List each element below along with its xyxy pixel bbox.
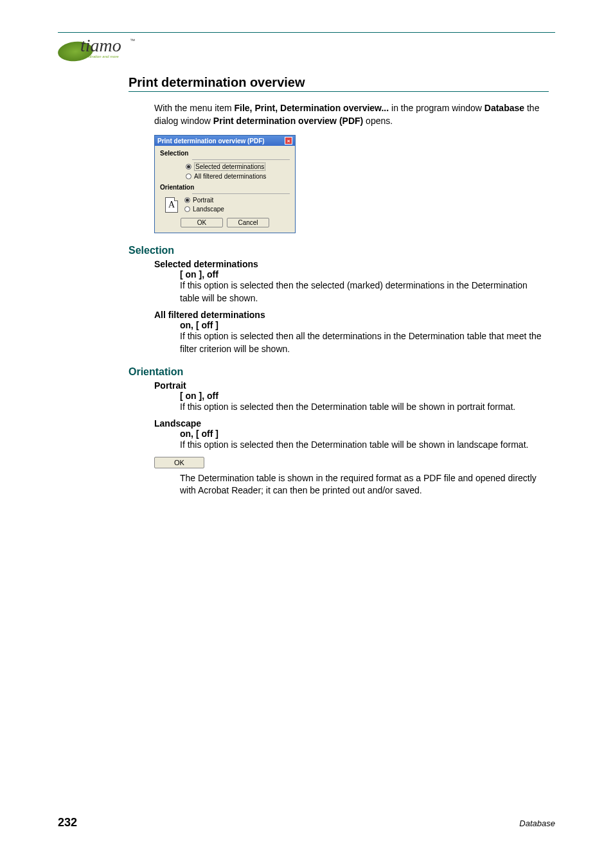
intro-win: Database xyxy=(484,103,524,113)
intro-pre: With the menu item xyxy=(154,103,235,113)
fieldset-rule xyxy=(192,159,290,160)
desc-ok: The Determination table is shown in the … xyxy=(180,472,549,497)
term-landscape: Landscape xyxy=(154,418,549,429)
intro-menuitem: File, Print, Determination overview... xyxy=(235,103,389,113)
radio-label-portrait: Portrait xyxy=(193,197,213,204)
radio-all-filtered[interactable] xyxy=(186,173,191,179)
state-landscape: on, [ off ] xyxy=(180,429,549,439)
dialog-title-text: Print determination overview (PDF) xyxy=(157,137,265,145)
term-portrait: Portrait xyxy=(154,380,549,391)
logo-tagline: titration and more xyxy=(89,55,119,58)
orientation-legend: Orientation xyxy=(160,184,194,191)
portrait-page-icon: A xyxy=(165,197,178,213)
intro-paragraph: With the menu item File, Print, Determin… xyxy=(154,102,549,127)
desc-all-filtered: If this option is selected then all the … xyxy=(180,330,549,355)
radio-landscape[interactable] xyxy=(184,206,190,212)
page-title: Print determination overview xyxy=(129,75,549,92)
term-all-filtered: All filtered determinations xyxy=(154,310,549,320)
selection-legend: Selection xyxy=(160,150,188,157)
orientation-heading: Orientation xyxy=(129,366,549,378)
state-portrait: [ on ], off xyxy=(180,391,549,401)
radio-label-landscape: Landscape xyxy=(193,206,224,213)
footer-section-label: Database xyxy=(519,819,555,828)
state-all-filtered: on, [ off ] xyxy=(180,320,549,330)
dialog-screenshot: Print determination overview (PDF) × Sel… xyxy=(154,135,549,233)
top-rule xyxy=(58,32,555,33)
desc-landscape: If this option is selected then the Dete… xyxy=(180,439,549,452)
radio-label-selected: Selected determinations xyxy=(194,163,265,171)
dialog-titlebar: Print determination overview (PDF) × xyxy=(155,136,295,146)
ok-button[interactable]: OK xyxy=(181,218,223,227)
print-dialog: Print determination overview (PDF) × Sel… xyxy=(154,135,296,233)
desc-selected-determinations: If this option is selected then the sele… xyxy=(180,279,549,305)
page-number: 232 xyxy=(58,816,77,829)
brand-logo: tiamo ™ titration and more xyxy=(58,37,141,62)
radio-portrait[interactable] xyxy=(184,197,190,203)
ok-button-inline[interactable]: OK xyxy=(154,457,204,468)
selection-heading: Selection xyxy=(129,245,549,256)
logo-text: tiamo xyxy=(80,35,121,56)
cancel-button[interactable]: Cancel xyxy=(227,218,269,227)
fieldset-rule xyxy=(192,193,290,194)
desc-portrait: If this option is selected then the Dete… xyxy=(180,401,549,414)
logo-tm: ™ xyxy=(130,38,135,44)
intro-mid: in the program window xyxy=(389,103,484,113)
intro-post: opens. xyxy=(363,116,393,126)
close-icon[interactable]: × xyxy=(285,137,292,145)
radio-selected-determinations[interactable] xyxy=(186,164,191,170)
intro-dlgname: Print determination overview (PDF) xyxy=(213,116,363,126)
state-selected-determinations: [ on ], off xyxy=(180,269,549,279)
term-selected-determinations: Selected determinations xyxy=(154,259,549,269)
radio-label-all-filtered: All filtered determinations xyxy=(194,173,266,180)
